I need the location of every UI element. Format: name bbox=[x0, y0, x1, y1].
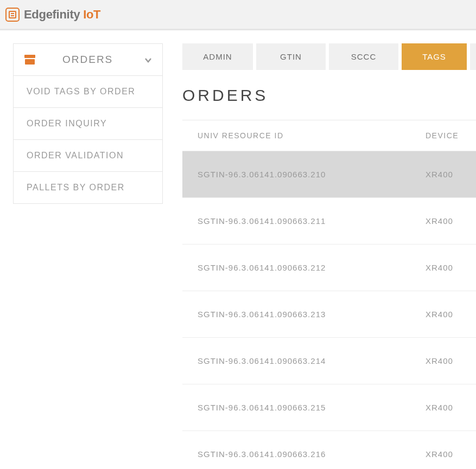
sidebar-item-void-tags[interactable]: VOID TAGS BY ORDER bbox=[14, 76, 162, 108]
cell-resource-id: SGTIN-96.3.06141.090663.214 bbox=[198, 356, 426, 365]
main-content: ADMIN GTIN SCCC TAGS ORDERS UNIV RESOURC… bbox=[163, 30, 476, 469]
table-header: UNIV RESOURCE ID DEVICE bbox=[182, 120, 476, 151]
table-row[interactable]: SGTIN-96.3.06141.090663.212 XR400 bbox=[182, 244, 476, 291]
tab-label: TAGS bbox=[422, 52, 446, 61]
cell-device: XR400 bbox=[426, 170, 461, 179]
sidebar-item-order-inquiry[interactable]: ORDER INQUIRY bbox=[14, 108, 162, 140]
table-row[interactable]: SGTIN-96.3.06141.090663.216 XR400 bbox=[182, 431, 476, 469]
page-title: ORDERS bbox=[182, 86, 476, 105]
tab-gtin[interactable]: GTIN bbox=[256, 43, 326, 70]
sidebar-item-label: VOID TAGS BY ORDER bbox=[27, 87, 135, 96]
cell-resource-id: SGTIN-96.3.06141.090663.213 bbox=[198, 310, 426, 319]
sidebar-item-label: PALLETS BY ORDER bbox=[27, 183, 125, 192]
cell-device: XR400 bbox=[426, 263, 461, 272]
sidebar-item-label: ORDER INQUIRY bbox=[27, 119, 107, 128]
tab-admin[interactable]: ADMIN bbox=[182, 43, 253, 70]
table-row[interactable]: SGTIN-96.3.06141.090663.211 XR400 bbox=[182, 197, 476, 244]
sidebar-item-pallets-by-order[interactable]: PALLETS BY ORDER bbox=[14, 172, 162, 203]
sidebar-menu: ORDERS VOID TAGS BY ORDER ORDER INQUIRY … bbox=[13, 43, 163, 204]
chevron-down-icon bbox=[144, 56, 151, 63]
tab-label: GTIN bbox=[280, 52, 302, 61]
tab-sccc[interactable]: SCCC bbox=[329, 43, 398, 70]
orders-table: UNIV RESOURCE ID DEVICE SGTIN-96.3.06141… bbox=[182, 120, 476, 469]
cell-device: XR400 bbox=[426, 310, 461, 319]
sidebar: ORDERS VOID TAGS BY ORDER ORDER INQUIRY … bbox=[0, 30, 163, 469]
orders-icon bbox=[24, 55, 35, 65]
cell-resource-id: SGTIN-96.3.06141.090663.210 bbox=[198, 170, 426, 179]
sidebar-item-label: ORDER VALIDATION bbox=[27, 151, 124, 160]
sidebar-header-orders[interactable]: ORDERS bbox=[14, 44, 162, 76]
cell-device: XR400 bbox=[426, 356, 461, 365]
sidebar-header-label: ORDERS bbox=[62, 54, 144, 66]
brand-accent: IoT bbox=[83, 8, 100, 21]
cell-device: XR400 bbox=[426, 216, 461, 226]
cell-resource-id: SGTIN-96.3.06141.090663.212 bbox=[198, 263, 426, 272]
cell-device: XR400 bbox=[426, 449, 461, 459]
brand-icon bbox=[5, 8, 20, 22]
brand-name: Edgefinity IoT bbox=[24, 8, 100, 22]
table-row[interactable]: SGTIN-96.3.06141.090663.214 XR400 bbox=[182, 337, 476, 384]
tab-overflow[interactable] bbox=[470, 43, 476, 70]
cell-resource-id: SGTIN-96.3.06141.090663.215 bbox=[198, 403, 426, 412]
cell-device: XR400 bbox=[426, 403, 461, 412]
tab-tags[interactable]: TAGS bbox=[402, 43, 467, 70]
cell-resource-id: SGTIN-96.3.06141.090663.211 bbox=[198, 216, 426, 226]
tab-label: SCCC bbox=[351, 52, 377, 61]
brand-logo[interactable]: Edgefinity IoT bbox=[5, 8, 100, 22]
table-row[interactable]: SGTIN-96.3.06141.090663.215 XR400 bbox=[182, 384, 476, 431]
table-row[interactable]: SGTIN-96.3.06141.090663.210 XR400 bbox=[182, 151, 476, 197]
column-header-id[interactable]: UNIV RESOURCE ID bbox=[198, 131, 426, 140]
sidebar-item-order-validation[interactable]: ORDER VALIDATION bbox=[14, 140, 162, 172]
table-row[interactable]: SGTIN-96.3.06141.090663.213 XR400 bbox=[182, 291, 476, 337]
column-header-device[interactable]: DEVICE bbox=[426, 131, 461, 140]
tab-label: ADMIN bbox=[203, 52, 232, 61]
tab-bar: ADMIN GTIN SCCC TAGS bbox=[182, 43, 476, 70]
app-header: Edgefinity IoT bbox=[0, 0, 476, 30]
cell-resource-id: SGTIN-96.3.06141.090663.216 bbox=[198, 449, 426, 459]
